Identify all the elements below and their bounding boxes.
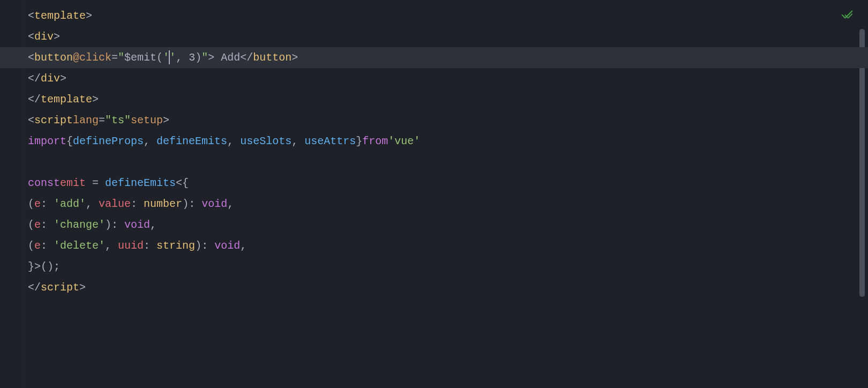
code-line[interactable]: }>();	[28, 256, 857, 277]
code-line[interactable]: <template>	[28, 5, 857, 26]
code-line-blank[interactable]	[28, 152, 857, 173]
code-line[interactable]: </template>	[28, 89, 857, 110]
code-line[interactable]: (e: 'change'): void,	[28, 214, 857, 235]
code-line[interactable]: <script lang="ts" setup>	[28, 110, 857, 131]
code-line[interactable]: (e: 'delete', uuid: string): void,	[28, 235, 857, 256]
code-line[interactable]: import {defineProps, defineEmits, useSlo…	[28, 131, 857, 152]
vertical-scrollbar[interactable]	[859, 29, 865, 297]
code-line[interactable]: <div>	[28, 26, 857, 47]
code-area[interactable]: <template> <div> <button @click="$emit('…	[28, 5, 857, 298]
text-cursor	[169, 50, 170, 64]
code-line-current[interactable]: <button @click="$emit('', 3)"> Add</butt…	[0, 47, 868, 68]
code-line[interactable]: </script>	[28, 277, 857, 298]
code-editor[interactable]: <template> <div> <button @click="$emit('…	[0, 0, 868, 388]
code-line[interactable]: const emit = defineEmits<{	[28, 173, 857, 193]
code-line[interactable]: (e: 'add', value: number): void,	[28, 193, 857, 214]
code-line[interactable]: </div>	[28, 68, 857, 89]
